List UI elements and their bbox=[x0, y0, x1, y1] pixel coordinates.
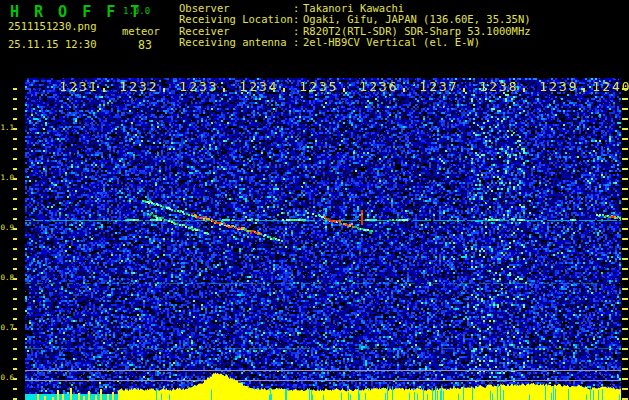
freq-axis-tick-right bbox=[622, 108, 628, 110]
freq-axis-tick bbox=[13, 158, 17, 160]
datetime-label: 25.11.15 12:30 bbox=[8, 38, 97, 50]
time-tick-label: 1237 bbox=[419, 79, 458, 94]
time-axis-tick bbox=[103, 88, 105, 92]
freq-axis-tick-right bbox=[622, 228, 628, 230]
freq-axis-tick-right bbox=[622, 298, 628, 300]
freq-axis-tick bbox=[13, 238, 17, 240]
freq-axis-tick-right bbox=[622, 198, 628, 200]
time-axis-tick bbox=[343, 88, 345, 92]
freq-axis-tick bbox=[13, 298, 17, 300]
freq-axis-tick bbox=[13, 328, 17, 330]
time-tick-label: 1233 bbox=[179, 79, 218, 94]
time-axis-tick bbox=[523, 88, 525, 92]
freq-tick-label: 0.6 bbox=[0, 373, 14, 382]
freq-axis-tick bbox=[13, 248, 17, 250]
freq-axis-tick bbox=[13, 98, 17, 100]
freq-axis-tick bbox=[13, 118, 17, 120]
app-version: 1.0.0 bbox=[123, 6, 150, 16]
freq-axis-tick bbox=[13, 368, 17, 370]
time-tick-label: 1239 bbox=[539, 79, 578, 94]
time-axis-tick bbox=[163, 88, 165, 92]
time-tick-label: 1235 bbox=[299, 79, 338, 94]
freq-tick-label: 1.1 bbox=[0, 123, 14, 132]
freq-axis-tick bbox=[13, 268, 17, 270]
freq-axis-tick bbox=[13, 208, 17, 210]
time-axis-tick bbox=[403, 88, 405, 92]
freq-axis-tick bbox=[13, 318, 17, 320]
info-value: 2el-HB9CV Vertical (el. E-W) bbox=[303, 37, 480, 48]
freq-tick-label: 1.0 bbox=[0, 173, 14, 182]
info-colon: : bbox=[293, 37, 303, 48]
freq-axis-tick-right bbox=[622, 118, 628, 120]
freq-axis-unit-label: kHz bbox=[1, 71, 15, 80]
info-label: Receiving antenna bbox=[179, 37, 293, 48]
meteor-count: 83 bbox=[138, 38, 152, 52]
freq-axis-tick-right bbox=[622, 278, 628, 280]
freq-axis-tick-right bbox=[622, 288, 628, 290]
time-tick-label: 1238 bbox=[479, 79, 518, 94]
freq-axis-tick bbox=[13, 88, 17, 90]
freq-axis-tick bbox=[13, 338, 17, 340]
freq-axis-tick-right bbox=[622, 158, 628, 160]
freq-axis-tick-right bbox=[622, 268, 628, 270]
freq-axis-tick bbox=[13, 388, 17, 390]
freq-axis-tick bbox=[13, 308, 17, 310]
freq-axis-tick-right bbox=[622, 238, 628, 240]
freq-axis-tick-right bbox=[622, 178, 628, 180]
spectrogram-canvas bbox=[25, 78, 621, 400]
freq-axis-tick-right bbox=[622, 88, 628, 90]
freq-axis-tick bbox=[13, 108, 17, 110]
freq-axis-tick-right bbox=[622, 328, 628, 330]
time-tick-label: 1231 bbox=[59, 79, 98, 94]
freq-axis-tick bbox=[13, 348, 17, 350]
freq-axis-tick-right bbox=[622, 98, 628, 100]
hrofft-window: H R O F F T 1.0.0 2511151230.png meteor … bbox=[0, 0, 629, 400]
freq-axis-tick-right bbox=[622, 218, 628, 220]
freq-axis-tick bbox=[13, 198, 17, 200]
info-row: Receiving antenna:2el-HB9CV Vertical (el… bbox=[179, 37, 531, 48]
time-tick-label: 1232 bbox=[119, 79, 158, 94]
freq-axis-tick-right bbox=[622, 388, 628, 390]
freq-axis-tick-right bbox=[622, 308, 628, 310]
freq-axis-tick-right bbox=[622, 208, 628, 210]
freq-axis-tick-right bbox=[622, 168, 628, 170]
freq-axis-tick-right bbox=[622, 368, 628, 370]
time-axis-tick bbox=[463, 88, 465, 92]
freq-axis-tick-right bbox=[622, 128, 628, 130]
time-axis-tick bbox=[283, 88, 285, 92]
freq-axis-tick-right bbox=[622, 248, 628, 250]
freq-axis-tick-right bbox=[622, 348, 628, 350]
freq-axis-tick-right bbox=[622, 258, 628, 260]
freq-axis-tick bbox=[13, 168, 17, 170]
freq-axis-tick-right bbox=[622, 138, 628, 140]
time-tick-label: 1240 bbox=[592, 79, 629, 94]
freq-axis-tick bbox=[13, 218, 17, 220]
freq-axis-tick-right bbox=[622, 338, 628, 340]
freq-tick-label: 0.9 bbox=[0, 223, 14, 232]
freq-axis-tick bbox=[13, 148, 17, 150]
freq-axis-tick-right bbox=[622, 318, 628, 320]
freq-axis-tick bbox=[13, 188, 17, 190]
freq-axis-tick-right bbox=[622, 148, 628, 150]
freq-axis-tick bbox=[13, 228, 17, 230]
time-tick-label: 1236 bbox=[359, 79, 398, 94]
freq-axis-tick-right bbox=[622, 358, 628, 360]
observation-info: Observer:Takanori KawachiReceiving Locat… bbox=[179, 3, 531, 49]
output-filename: 2511151230.png bbox=[8, 20, 97, 32]
time-axis-tick bbox=[583, 88, 585, 92]
freq-axis-tick bbox=[13, 378, 17, 380]
freq-axis-tick bbox=[13, 358, 17, 360]
freq-axis-tick bbox=[13, 258, 17, 260]
freq-axis-tick bbox=[13, 288, 17, 290]
mode-label: meteor bbox=[122, 25, 160, 37]
time-tick-label: 1234 bbox=[239, 79, 278, 94]
freq-axis-tick bbox=[13, 128, 17, 130]
freq-axis-tick bbox=[13, 278, 17, 280]
freq-tick-label: 0.8 bbox=[0, 273, 14, 282]
freq-axis-tick-right bbox=[622, 378, 628, 380]
freq-axis-tick bbox=[13, 138, 17, 140]
time-axis-tick bbox=[223, 88, 225, 92]
freq-tick-label: 0.7 bbox=[0, 323, 14, 332]
freq-axis-tick bbox=[13, 178, 17, 180]
freq-axis-tick-right bbox=[622, 188, 628, 190]
